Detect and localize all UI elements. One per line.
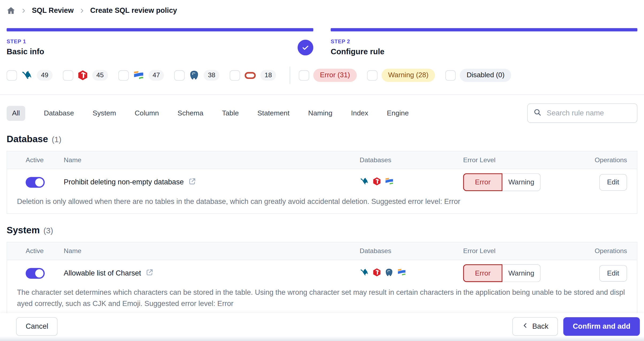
table-header-databases: Databases — [360, 156, 463, 164]
postgresql-icon — [189, 70, 200, 81]
table-header-name: Name — [64, 156, 360, 164]
table-row: Prohibit deleting non-empty database Err… — [7, 169, 637, 195]
oracle-checkbox[interactable] — [230, 70, 240, 80]
oceanbase-icon — [397, 268, 407, 279]
rule-active-toggle[interactable] — [26, 177, 45, 188]
chevron-right-icon — [21, 8, 26, 14]
tidb-count-badge: 45 — [92, 70, 108, 81]
chevron-left-icon — [522, 322, 529, 331]
step-1-label: STEP 1 — [7, 38, 44, 45]
tab-system[interactable]: System — [93, 109, 116, 117]
breadcrumb-sql-review[interactable]: SQL Review — [32, 6, 74, 15]
step-1-progress-bar — [7, 28, 313, 31]
oceanbase-icon — [385, 177, 394, 188]
error-level-segmented-control: Error Warning — [463, 173, 587, 191]
tab-table[interactable]: Table — [222, 109, 239, 117]
error-count-badge: Error (31) — [313, 69, 356, 82]
table-header-databases: Databases — [360, 247, 463, 255]
error-level-error-button[interactable]: Error — [463, 264, 503, 282]
mysql-checkbox[interactable] — [7, 70, 17, 80]
filter-oracle: 18 — [230, 69, 276, 81]
error-level-warning-button[interactable]: Warning — [503, 264, 540, 282]
error-level-segmented-control: Error Warning — [463, 264, 587, 282]
rule-database-icons — [360, 177, 463, 188]
table-header-active: Active — [26, 156, 64, 164]
warning-level-checkbox[interactable] — [367, 70, 377, 80]
oceanbase-checkbox[interactable] — [118, 70, 129, 80]
mysql-icon — [360, 268, 369, 279]
filter-error-level: Error (31) — [299, 69, 356, 82]
step-2-progress-bar — [331, 28, 638, 31]
database-section-heading: Database (1) — [0, 134, 644, 145]
table-header-name: Name — [64, 247, 360, 255]
section-title-system: System — [7, 225, 40, 236]
warning-count-badge: Warning (28) — [381, 69, 435, 82]
system-section-heading: System (3) — [0, 225, 644, 236]
home-icon[interactable] — [7, 6, 15, 15]
tab-database[interactable]: Database — [44, 109, 74, 117]
rule-database-icons — [360, 268, 463, 279]
breadcrumb: SQL Review Create SQL review policy — [0, 0, 644, 18]
tab-all[interactable]: All — [7, 106, 25, 121]
search-input[interactable] — [546, 108, 631, 118]
filter-divider — [290, 67, 290, 84]
step-indicator: STEP 1 Basic info STEP 2 Configure rule — [0, 28, 644, 56]
edit-button[interactable]: Edit — [599, 174, 627, 191]
section-count-database: (1) — [52, 135, 62, 144]
table-header-error-level: Error Level — [463, 247, 587, 255]
tab-schema[interactable]: Schema — [178, 109, 204, 117]
table-header-operations: Operations — [587, 156, 627, 164]
tidb-icon — [373, 268, 381, 278]
edit-button[interactable]: Edit — [599, 265, 627, 282]
breadcrumb-create-policy: Create SQL review policy — [90, 6, 177, 15]
table-header: Active Name Databases Error Level Operat… — [7, 242, 637, 260]
mysql-icon — [360, 177, 369, 188]
rule-active-toggle[interactable] — [26, 268, 45, 278]
page: SQL Review Create SQL review policy STEP… — [0, 0, 644, 341]
footer-action-bar: Cancel Back Confirm and add — [0, 313, 644, 341]
table-header: Active Name Databases Error Level Operat… — [7, 151, 637, 169]
filter-warning-level: Warning (28) — [367, 69, 435, 82]
mysql-count-badge: 49 — [37, 70, 52, 81]
oracle-icon — [244, 69, 256, 81]
oceanbase-count-badge: 47 — [148, 70, 164, 81]
database-rule-table: Active Name Databases Error Level Operat… — [7, 151, 637, 214]
section-title-database: Database — [7, 134, 48, 145]
step-2-title: Configure rule — [331, 47, 385, 56]
system-rule-table: Active Name Databases Error Level Operat… — [7, 242, 637, 316]
error-level-error-button[interactable]: Error — [463, 173, 503, 191]
category-tab-bar: All Database System Column Schema Table … — [0, 103, 644, 123]
step-1-completed-check-icon — [298, 40, 313, 55]
error-level-warning-button[interactable]: Warning — [503, 173, 540, 191]
back-button[interactable]: Back — [512, 317, 558, 336]
rule-description: The character set determines which chara… — [7, 286, 637, 315]
filter-postgresql: 38 — [174, 70, 219, 81]
tab-engine[interactable]: Engine — [387, 109, 409, 117]
search-icon — [534, 108, 541, 118]
tab-column[interactable]: Column — [135, 109, 159, 117]
disabled-level-checkbox[interactable] — [446, 70, 456, 80]
filter-tidb: 45 — [63, 70, 108, 81]
tidb-icon — [77, 70, 88, 81]
postgresql-checkbox[interactable] — [174, 70, 185, 80]
tab-statement[interactable]: Statement — [258, 109, 290, 117]
tab-naming[interactable]: Naming — [308, 109, 332, 117]
error-level-checkbox[interactable] — [299, 70, 309, 80]
confirm-and-add-button[interactable]: Confirm and add — [563, 317, 640, 336]
external-link-icon[interactable] — [145, 268, 153, 278]
chevron-right-icon — [79, 8, 85, 14]
rule-name: Allowable list of Charset — [64, 269, 141, 277]
external-link-icon[interactable] — [188, 177, 196, 187]
mysql-icon — [21, 69, 33, 81]
step-2: STEP 2 Configure rule — [331, 28, 638, 56]
section-count-system: (3) — [44, 226, 53, 235]
tidb-checkbox[interactable] — [63, 70, 73, 80]
search-box[interactable] — [527, 103, 638, 123]
section-divider — [0, 94, 644, 95]
rule-name: Prohibit deleting non-empty database — [64, 178, 184, 186]
postgresql-count-badge: 38 — [204, 70, 219, 81]
table-row: Allowable list of Charset Error Warning … — [7, 260, 637, 286]
cancel-button[interactable]: Cancel — [16, 317, 58, 336]
tab-index[interactable]: Index — [351, 109, 368, 117]
tidb-icon — [373, 177, 381, 187]
